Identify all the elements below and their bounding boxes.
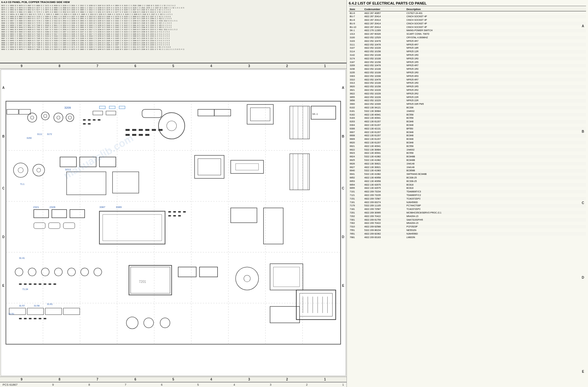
col-num-6: 6 (118, 64, 153, 68)
bot-col-7: 7 (80, 378, 115, 381)
cell-desc: NFR25 4R7 (406, 64, 586, 67)
cell-item: 7202 (349, 214, 363, 218)
cell-item: 6625 (349, 158, 363, 162)
table-row: 66255322 130 41982BC848B (349, 158, 586, 162)
pcs-label-1: 1 (342, 383, 344, 386)
svg-rect-101 (24, 284, 27, 285)
cell-desc: 1N4002 (406, 148, 586, 151)
table-row: 66204822 130 61207BC848 (349, 141, 586, 144)
cell-desc: MN4264-15 (406, 222, 586, 225)
svg-rect-37 (83, 119, 86, 121)
cell-item: 7551 (349, 228, 363, 232)
cell-desc: BC848 (406, 130, 586, 134)
cell-item: 6626 (349, 162, 363, 165)
cell-desc: PCF3523P (406, 225, 586, 229)
cell-code: 4822 267 60326 (363, 32, 406, 36)
cell-code: 4822 052 10108 (363, 54, 406, 57)
svg-rect-142 (132, 134, 136, 136)
cell-code: 4822 130 61207 (363, 141, 406, 144)
netlist-area: 6.4.3 CD PANEL PCB, COPPER TRACK/SMD SID… (0, 0, 347, 63)
svg-rect-81 (168, 215, 171, 216)
cell-item: 6161 (349, 109, 363, 113)
svg-rect-41 (83, 123, 86, 125)
col-header-code: Codenumber (363, 7, 406, 11)
bot-col-8: 8 (42, 378, 77, 381)
row-label-e-left: E (2, 284, 5, 287)
cell-desc: NE5532N (406, 228, 586, 232)
cell-item: 3655 (349, 95, 363, 99)
pcs-label-2: 2 (306, 383, 308, 386)
table-row: 73104822 209 62588PCF3523P (349, 225, 586, 229)
cell-code: 5322 209 86234 (363, 228, 406, 232)
col-header-desc: Description (406, 7, 586, 11)
cell-code: 4822 130 40958 (363, 176, 406, 179)
cell-code: 4822 209 72587 (363, 197, 406, 200)
svg-rect-138 (145, 129, 149, 131)
cell-code: 4822 209 82362 (363, 232, 406, 236)
table-row: 66245322 130 41982BC848B (349, 155, 586, 159)
cell-item: 6609 (349, 138, 363, 141)
table-row: 31144822 052 10158NFR25 12R (349, 50, 586, 54)
cell-desc: NFR25 1R0 (406, 67, 586, 71)
page-container: 6.4.3 CD PANEL PCB, COPPER TRACK/SMD SID… (0, 0, 588, 387)
cell-item: 3111 (349, 43, 363, 46)
cell-item: 3621 (349, 89, 363, 92)
cell-code: 4822 209 72587 (363, 208, 406, 211)
pcs-label-6: 6 (161, 383, 163, 386)
table-row: 61615322 130 306841N4002 (349, 109, 586, 113)
row-label-e-right: E (342, 284, 344, 287)
cell-desc: BF550 (406, 127, 586, 130)
table-row: 10134822 267 60326SCART CONN. 7087D (349, 32, 586, 36)
row-label-b-left: B (2, 135, 5, 138)
cell-code: 4822 052 10228 (363, 95, 406, 99)
svg-text:3389: 3389 (116, 206, 122, 209)
cell-code: 4822 130 30621 (363, 165, 406, 169)
svg-text:31:61: 31:61 (47, 303, 53, 306)
table-row: BU-94822 267 20414CINCH SOCKET 4P (349, 22, 586, 25)
table-row: 71014822 209 73234TDA8808T/C3 (349, 190, 586, 194)
cell-item: BU-10 (349, 25, 363, 29)
cell-code: 4822 130 40941 (363, 113, 406, 116)
parts-table-header-row: Item Codenumber Description (349, 7, 586, 11)
cell-desc: CINCH SOCKET 4P (406, 18, 586, 22)
row-label-d-left: D (2, 235, 5, 239)
svg-text:3211: 3211 (65, 168, 71, 171)
cell-item: SK-1 (349, 29, 363, 32)
cell-code: 4822 052 10158 (363, 50, 406, 54)
table-row: 66544822 130 42675BC818 (349, 183, 586, 187)
svg-text:31:58: 31:58 (34, 305, 40, 307)
cell-desc: BC558 (406, 144, 586, 148)
svg-rect-123 (44, 318, 46, 319)
main-content: 6.4.3 CD PANEL PCB, COPPER TRACK/SMD SID… (0, 0, 588, 387)
col-num-4: 4 (194, 64, 229, 68)
cell-desc: NFR25 4R7 (406, 78, 586, 81)
cell-item: 3114 (349, 50, 363, 54)
cell-item: 7121 (349, 193, 363, 197)
cell-desc: BC848 (406, 124, 586, 127)
cell-code: 4822 130 30621 (363, 162, 406, 165)
table-row: BU-64822 267 40857CS7927-24-401 (349, 11, 586, 15)
svg-rect-38 (88, 119, 90, 121)
table-row: 66415322 130 41982SMTRANS BC848B (349, 173, 586, 176)
cell-item: BU-6 (349, 11, 363, 15)
cell-desc: NFR25 22R (406, 99, 586, 103)
cell-desc: 1N4002 (406, 109, 586, 113)
cell-code: 4822 130 61207 (363, 124, 406, 127)
cell-code: 4822 209 70422 (363, 222, 406, 225)
cell-code: 4822 276 11309 (363, 29, 406, 32)
cell-code: 4822 052 10108 (363, 57, 406, 60)
table-row: 33104822 052 10478NFR25 4R7 (349, 78, 586, 81)
col-header-item: Item (349, 7, 363, 11)
cell-desc: BC558 (406, 113, 586, 116)
pcb-svg: 3209 3150 3111 3172 (1, 70, 346, 376)
svg-rect-144 (145, 134, 149, 136)
cell-desc: BC848 (406, 134, 586, 138)
cell-code: 4822 052 10108 (363, 67, 406, 71)
cell-desc: SMTRANS BC848B (406, 173, 586, 176)
cell-code: 4822 052 12529 (363, 36, 406, 40)
cell-item: 3187 (349, 60, 363, 64)
cell-desc: TCA0372DP2 (406, 208, 586, 211)
cell-desc: NFR25 1R0 (406, 54, 586, 57)
table-row: 66214822 130 40941BC558 (349, 144, 586, 148)
svg-rect-104 (39, 284, 41, 285)
